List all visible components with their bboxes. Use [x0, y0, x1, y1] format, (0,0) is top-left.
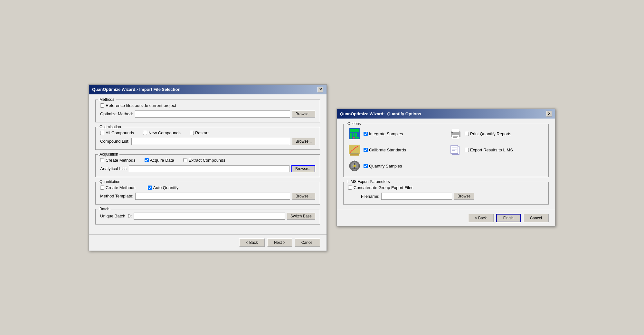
lims-browse-button[interactable]: Browse [454, 193, 474, 200]
print-quantify-item: Print Quantify Reports [449, 127, 544, 140]
analytical-list-label: Analytical List: [100, 166, 127, 171]
acquisition-section-label: Acquisition [98, 152, 119, 157]
export-lims-label[interactable]: Export Results to LIMS [465, 148, 513, 152]
extract-compounds-label[interactable]: Extract Compounds [183, 158, 225, 163]
svg-rect-6 [353, 135, 355, 137]
method-template-input[interactable]: QO_Template.mdb [135, 193, 290, 200]
concatenate-checkbox[interactable] [348, 186, 352, 190]
auto-quantify-checkbox[interactable] [148, 186, 152, 190]
dialog2-finish-button[interactable]: Finish [496, 214, 521, 222]
lims-section-label: LIMS Export Parameters [346, 179, 391, 184]
svg-rect-17 [349, 145, 360, 154]
calibrate-standards-checkbox[interactable] [364, 148, 368, 152]
filename-row: Filename: DefaultLIMS.txt Browse [348, 193, 544, 200]
switch-base-button[interactable]: Switch Base [287, 213, 315, 220]
options-section-label: Options [346, 121, 362, 126]
new-compounds-checkbox[interactable] [143, 131, 147, 135]
dialog1-title: QuanOptimize Wizard:- Import File Select… [92, 87, 180, 92]
compound-list-input[interactable]: 150424_Optimisation.SPL [131, 138, 290, 145]
export-lims-checkbox[interactable] [465, 148, 469, 152]
unique-batch-id-input[interactable]: 240424_ADME_001_002 [134, 213, 285, 220]
export-results-icon [450, 144, 462, 156]
all-compounds-label[interactable]: All Compounds [100, 130, 134, 135]
method-template-row: Method Template: QO_Template.mdb Browse.… [100, 193, 315, 200]
dialog2-close-button[interactable]: ✕ [546, 111, 552, 117]
integrate-samples-checkbox[interactable] [364, 132, 368, 136]
print-icon-box [449, 127, 462, 140]
quantify-samples-checkbox[interactable] [364, 164, 368, 168]
concatenate-row: Concatenate Group Export Files [348, 185, 544, 190]
quantify-samples-label[interactable]: Quantify Samples [364, 164, 402, 168]
dialog1-back-button[interactable]: < Back [239, 238, 265, 247]
acquisition-browse-button[interactable]: Browse... [291, 165, 315, 172]
calibrate-standards-icon [348, 144, 361, 156]
print-quantify-label[interactable]: Print Quantify Reports [465, 131, 511, 136]
concatenate-label[interactable]: Concatenate Group Export Files [348, 185, 413, 190]
empty-cell [449, 159, 544, 172]
quantitation-section: Quantitation Create Methods Auto Quantif… [95, 182, 320, 205]
analytical-list-input[interactable]: 230424_Metabolic_Stability_Analysis_ [129, 165, 289, 172]
calibrate-standards-item: Calibrate Standards [348, 143, 443, 156]
svg-rect-5 [350, 135, 352, 137]
quantify-samples-item: ⚖ Quantify Samples [348, 159, 443, 172]
batch-section-label: Batch [98, 207, 111, 211]
acquire-data-checkbox[interactable] [145, 158, 149, 162]
svg-rect-2 [350, 133, 352, 135]
dialog2-cancel-button[interactable]: Cancel [523, 214, 549, 222]
batch-id-row: Unique Batch ID: 240424_ADME_001_002 Swi… [100, 213, 315, 220]
auto-quantify-label[interactable]: Auto Quantify [148, 185, 179, 190]
calibrate-icon-box [348, 143, 361, 156]
options-section: Options [343, 124, 549, 177]
compound-list-label: Compound List: [100, 139, 129, 144]
compound-list-row: Compound List: 150424_Optimisation.SPL B… [100, 138, 315, 145]
svg-rect-8 [350, 137, 352, 139]
svg-rect-3 [353, 133, 355, 135]
extract-compounds-checkbox[interactable] [183, 158, 187, 162]
reference-label-text: Reference files outside current project [106, 103, 176, 108]
dialog1-title-bar: QuanOptimize Wizard:- Import File Select… [89, 85, 327, 94]
acquire-data-label[interactable]: Acquire Data [145, 158, 174, 163]
quant-create-methods-label[interactable]: Create Methods [100, 185, 136, 190]
svg-rect-9 [353, 137, 355, 139]
svg-rect-20 [350, 154, 359, 156]
acq-create-methods-label[interactable]: Create Methods [100, 158, 136, 163]
dialog1-cancel-button[interactable]: Cancel [295, 238, 320, 247]
svg-rect-22 [451, 145, 458, 154]
restart-label[interactable]: Restart [190, 130, 209, 135]
svg-rect-1 [350, 129, 359, 132]
optimisation-browse-button[interactable]: Browse... [292, 138, 315, 145]
acq-create-methods-checkbox[interactable] [100, 158, 104, 162]
quantitation-browse-button[interactable]: Browse... [292, 193, 315, 200]
integrate-samples-icon [348, 128, 361, 140]
dialog2-title: QuanOptimize Wizard:- Quantify Options [340, 111, 421, 116]
unique-batch-id-label: Unique Batch ID: [100, 214, 132, 218]
new-compounds-label[interactable]: New Compounds [143, 130, 181, 135]
quantify-options-dialog: QuanOptimize Wizard:- Quantify Options ✕… [336, 109, 555, 226]
dialog1-next-button[interactable]: Next > [267, 238, 292, 247]
optimisation-section-label: Optimisation [98, 125, 122, 129]
svg-text:⚖: ⚖ [353, 165, 356, 168]
analytical-list-row: Analytical List: 230424_Metabolic_Stabil… [100, 165, 315, 172]
integrate-samples-label[interactable]: Integrate Samples [364, 131, 403, 136]
reference-checkbox-label[interactable]: Reference files outside current project [100, 103, 176, 108]
quantitation-checkboxes-row: Create Methods Auto Quantify [100, 185, 315, 190]
integrate-samples-item: Integrate Samples [348, 127, 443, 140]
print-quantify-icon [450, 128, 462, 140]
optimize-method-row: Optimize Method: 220424_ADME_PN.QLM Brow… [100, 110, 315, 118]
optimisation-section: Optimisation All Compounds New Compounds… [95, 127, 320, 150]
import-file-selection-dialog: QuanOptimize Wizard:- Import File Select… [89, 84, 327, 251]
quant-create-methods-checkbox[interactable] [100, 186, 104, 190]
batch-section: Batch Unique Batch ID: 240424_ADME_001_0… [95, 209, 320, 225]
all-compounds-checkbox[interactable] [100, 131, 104, 135]
restart-checkbox[interactable] [190, 131, 194, 135]
svg-rect-7 [355, 135, 357, 137]
reference-checkbox[interactable] [100, 103, 104, 108]
dialog2-back-button[interactable]: < Back [468, 214, 494, 222]
optimize-method-input[interactable]: 220424_ADME_PN.QLM [135, 110, 290, 118]
calibrate-standards-label[interactable]: Calibrate Standards [364, 148, 406, 152]
filename-input[interactable]: DefaultLIMS.txt [381, 193, 452, 200]
methods-browse-button[interactable]: Browse... [292, 110, 315, 118]
print-quantify-checkbox[interactable] [465, 132, 469, 136]
dialog1-close-button[interactable]: ✕ [317, 87, 323, 92]
dialog2-title-bar: QuanOptimize Wizard:- Quantify Options ✕ [337, 109, 555, 119]
